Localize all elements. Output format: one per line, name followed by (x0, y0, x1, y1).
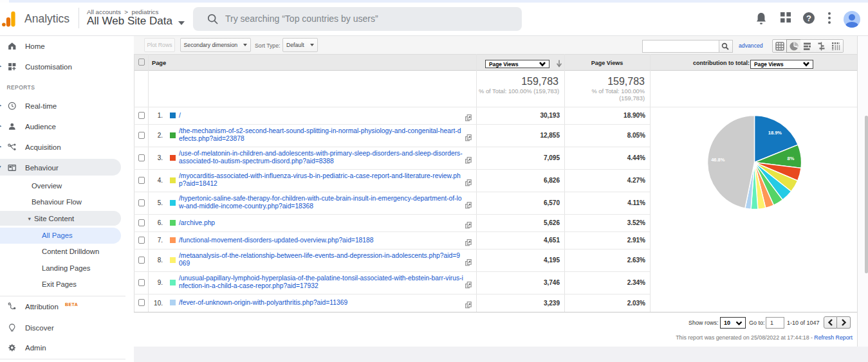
svg-text:?: ? (806, 14, 811, 23)
svg-text:46.8%: 46.8% (711, 157, 725, 163)
svg-text:8%: 8% (788, 156, 795, 161)
svg-text:18.9%: 18.9% (768, 130, 782, 136)
